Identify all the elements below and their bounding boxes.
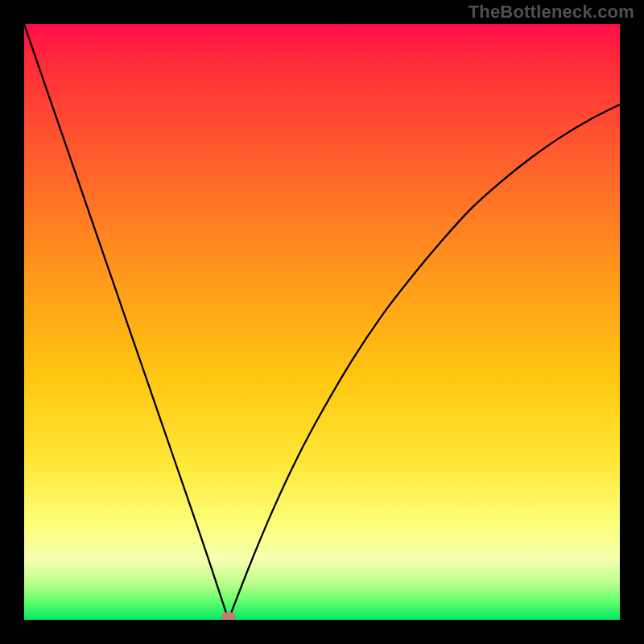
minimum-marker xyxy=(221,612,236,620)
curve-svg xyxy=(24,24,620,620)
plot-area xyxy=(24,24,620,620)
watermark-text: TheBottleneck.com xyxy=(469,2,634,23)
chart-frame: TheBottleneck.com xyxy=(0,0,644,644)
bottleneck-curve xyxy=(24,24,620,620)
